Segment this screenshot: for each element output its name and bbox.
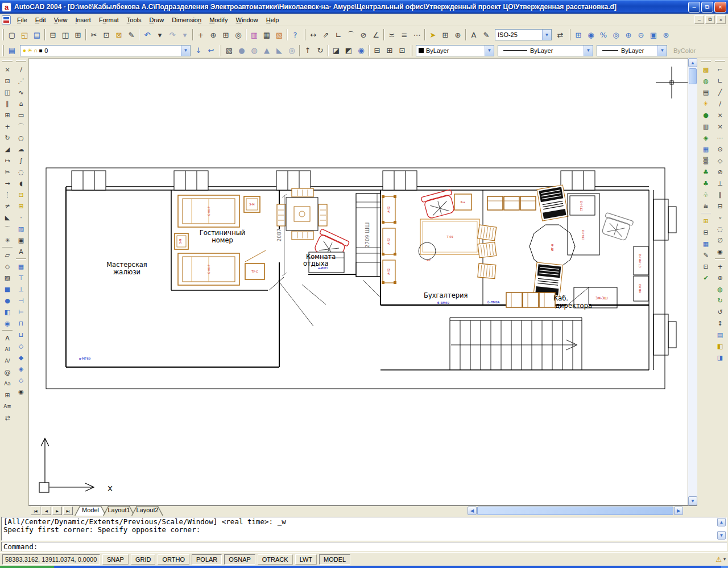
menu-tools[interactable]: Tools xyxy=(123,15,146,25)
spline-button[interactable]: ∫ xyxy=(15,155,27,166)
vertical-scroll-thumb[interactable] xyxy=(689,68,697,84)
render-button[interactable]: ◍ xyxy=(700,75,712,87)
polygon-button[interactable]: ⌂ xyxy=(15,98,27,109)
toolbar-grip[interactable] xyxy=(2,60,13,62)
revolve-button[interactable]: ↻ xyxy=(314,44,326,57)
toggle-ortho[interactable]: ORTHO xyxy=(158,554,189,565)
snap-node-button[interactable]: ∘ xyxy=(714,212,726,223)
layer-freeze-icon[interactable]: ☀ xyxy=(27,47,32,53)
edit-text-button[interactable]: A/ xyxy=(1,355,14,367)
snap-intersection-button[interactable]: × xyxy=(714,109,726,121)
communication-center-icon[interactable]: ⚠ xyxy=(715,555,722,563)
continue-dimension-button[interactable]: ⋯ xyxy=(411,28,423,41)
view-right-button[interactable]: ⊢ xyxy=(15,306,27,318)
fillet-button[interactable]: ⌒ xyxy=(1,223,14,234)
hide-button[interactable]: ▩ xyxy=(700,64,712,75)
tab-first-icon[interactable]: |◀ xyxy=(31,507,40,515)
model-space-canvas[interactable]: Мастерская жалюзи Гостиничный номер Комн… xyxy=(28,58,688,505)
solid-cylinder-button[interactable]: ◍ xyxy=(248,44,260,57)
chevron-down-icon[interactable]: ▼ xyxy=(181,46,190,56)
view-sw-isometric-button[interactable]: ◇ xyxy=(15,340,27,352)
zoom-previous-button[interactable]: ◎ xyxy=(232,28,245,41)
snap-nearest-button[interactable]: ◌ xyxy=(714,223,726,234)
make-object-layer-current-button[interactable]: ↓ xyxy=(192,44,205,57)
construction-line-button[interactable]: ⋰ xyxy=(15,75,27,87)
menu-insert[interactable]: Insert xyxy=(71,15,95,25)
scale-text-button[interactable]: ⊞ xyxy=(1,389,14,401)
view-bottom-button[interactable]: ⊥ xyxy=(15,283,27,295)
adjust-distance-button[interactable]: ↕ xyxy=(714,318,726,329)
view-front-button[interactable]: ⊓ xyxy=(15,318,27,329)
windows-taskbar[interactable] xyxy=(0,566,728,568)
image-attach-button[interactable]: ▦ xyxy=(700,238,712,249)
scroll-down-icon[interactable]: ▼ xyxy=(688,496,697,505)
zoom-out-button[interactable]: ⊖ xyxy=(635,28,647,41)
point-button[interactable]: · xyxy=(15,212,27,223)
chevron-down-icon[interactable]: ▼ xyxy=(542,30,551,40)
break-at-point-button[interactable]: ⋮ xyxy=(1,189,14,200)
zoom-window-button[interactable]: ⊞ xyxy=(572,28,585,41)
view-back-button[interactable]: ⊔ xyxy=(15,329,27,340)
copy-clip-button[interactable]: ⊡ xyxy=(100,28,113,41)
mtext-button[interactable]: A xyxy=(15,246,27,257)
snap-midpoint-button[interactable]: ∕ xyxy=(714,98,726,109)
zoom-center-button[interactable]: ◎ xyxy=(610,28,622,41)
layer-on-icon[interactable]: ● xyxy=(23,47,26,53)
shade-3d-wireframe-button[interactable]: ◇ xyxy=(1,261,14,272)
move-button[interactable]: + xyxy=(1,121,14,132)
dim-style-combo[interactable]: ISO-25 ▼ xyxy=(495,29,552,40)
rectangle-button[interactable]: ▭ xyxy=(15,109,27,121)
tab-last-icon[interactable]: ▶| xyxy=(63,507,73,515)
slice-button[interactable]: ◪ xyxy=(330,44,342,57)
toolbar-grip[interactable] xyxy=(220,45,221,56)
zoom-window-fly-button[interactable]: ⊞ xyxy=(220,28,232,41)
toolbar-grip[interactable] xyxy=(411,45,412,56)
coordinate-display[interactable]: 58383.3162, 13911.0374, 0.0000 xyxy=(2,554,100,565)
refset-button[interactable]: ⊡ xyxy=(700,261,712,272)
hatch-button[interactable]: ▨ xyxy=(15,223,27,234)
orbit-3d-button[interactable]: ◍ xyxy=(714,283,726,295)
find-replace-button[interactable]: @ xyxy=(1,367,14,378)
scroll-right-icon[interactable]: ▶ xyxy=(674,507,683,515)
arc-button[interactable]: ⌒ xyxy=(15,121,27,132)
toolbar-grip[interactable] xyxy=(569,29,570,40)
start-button-edge[interactable] xyxy=(0,566,54,568)
redo-button[interactable]: ↷ xyxy=(166,28,179,41)
command-history[interactable]: [All/Center/Dynamic/Extents/Previous/Sca… xyxy=(1,517,727,541)
tab-model[interactable]: Model xyxy=(75,506,106,516)
center-mark-button[interactable]: ⊕ xyxy=(452,28,464,41)
render-background-button[interactable]: ▦ xyxy=(700,143,712,155)
menu-window[interactable]: Window xyxy=(232,15,262,25)
help-button[interactable]: ? xyxy=(289,28,301,41)
snap-extension-button[interactable]: ⋯ xyxy=(714,132,726,143)
justify-text-button[interactable]: A≡ xyxy=(1,401,14,412)
view-nw-isometric-button[interactable]: ◇ xyxy=(15,374,27,386)
publish-button[interactable]: ⊞ xyxy=(72,28,84,41)
pan-3d-button[interactable]: + xyxy=(714,261,726,272)
layer-previous-button[interactable]: ↩ xyxy=(205,44,217,57)
properties-palette-button[interactable]: ▥ xyxy=(248,28,260,41)
minimize-button[interactable]: – xyxy=(688,2,700,13)
color-control-combo[interactable]: ByLayer ▼ xyxy=(416,45,494,56)
toggle-otrack[interactable]: OTRACK xyxy=(258,554,293,565)
solid-cone-button[interactable]: ▲ xyxy=(260,44,273,57)
chevron-down-icon[interactable]: ▼ xyxy=(584,46,593,56)
stretch-button[interactable]: ↦ xyxy=(1,155,14,166)
menu-dimension[interactable]: Dimension xyxy=(168,15,205,25)
zoom-realtime-button[interactable]: ⊕ xyxy=(207,28,220,41)
view-ne-isometric-button[interactable]: ◈ xyxy=(15,363,27,374)
restore-button[interactable]: ⧉ xyxy=(701,2,713,13)
toggle-snap[interactable]: SNAP xyxy=(102,554,129,565)
mirror-button[interactable]: ◫ xyxy=(1,87,14,98)
named-views-button[interactable]: ▦ xyxy=(15,261,27,272)
back-clip-button[interactable]: ◨ xyxy=(714,352,726,363)
snap-tangent-button[interactable]: ⊘ xyxy=(714,166,726,178)
landscape-new-button[interactable]: ♣ xyxy=(700,166,712,178)
snap-endpoint-button[interactable]: ╱ xyxy=(714,87,726,98)
horizontal-scrollbar[interactable]: ◀ ▶ xyxy=(468,507,683,515)
save-button[interactable]: ▤ xyxy=(31,28,43,41)
horizontal-scroll-thumb[interactable] xyxy=(477,507,673,515)
copy-object-button[interactable]: ⊡ xyxy=(1,75,14,87)
plot-button[interactable]: ⊟ xyxy=(47,28,59,41)
menu-format[interactable]: Format xyxy=(95,15,123,25)
